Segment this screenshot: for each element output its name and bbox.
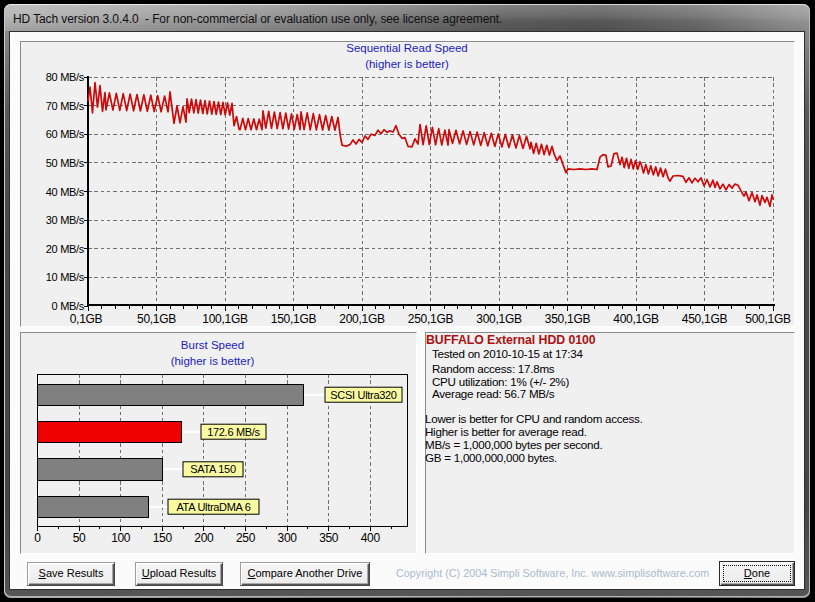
svg-text:80 MB/s: 80 MB/s — [46, 71, 85, 83]
svg-text:40 MB/s: 40 MB/s — [46, 186, 85, 198]
svg-text:0,1GB: 0,1GB — [70, 312, 103, 326]
svg-text:500,1GB: 500,1GB — [745, 312, 791, 326]
svg-text:200,1GB: 200,1GB — [339, 312, 385, 326]
svg-text:450,1GB: 450,1GB — [682, 312, 728, 326]
svg-text:100,1GB: 100,1GB — [202, 312, 248, 326]
svg-text:150: 150 — [153, 531, 173, 545]
svg-text:SCSI Ultra320: SCSI Ultra320 — [330, 389, 397, 401]
svg-text:SATA 150: SATA 150 — [190, 463, 236, 475]
svg-text:300: 300 — [278, 531, 298, 545]
svg-text:30 MB/s: 30 MB/s — [46, 214, 85, 226]
svg-text:50 MB/s: 50 MB/s — [46, 157, 85, 169]
svg-text:ATA UltraDMA 6: ATA UltraDMA 6 — [176, 501, 250, 513]
svg-text:20 MB/s: 20 MB/s — [46, 243, 85, 255]
svg-text:350,1GB: 350,1GB — [545, 312, 591, 326]
svg-text:0 MB/s: 0 MB/s — [52, 300, 85, 312]
svg-text:172.6 MB/s: 172.6 MB/s — [207, 426, 260, 438]
svg-text:0: 0 — [34, 531, 41, 545]
svg-text:400,1GB: 400,1GB — [613, 312, 659, 326]
svg-text:100: 100 — [111, 531, 131, 545]
svg-text:150,1GB: 150,1GB — [271, 312, 317, 326]
svg-text:200: 200 — [194, 531, 214, 545]
svg-text:250,1GB: 250,1GB — [408, 312, 454, 326]
svg-text:10 MB/s: 10 MB/s — [46, 271, 85, 283]
svg-text:400: 400 — [361, 531, 381, 545]
svg-text:250: 250 — [236, 531, 256, 545]
svg-text:60 MB/s: 60 MB/s — [46, 128, 85, 140]
svg-text:350: 350 — [319, 531, 339, 545]
svg-text:70 MB/s: 70 MB/s — [46, 100, 85, 112]
svg-text:300,1GB: 300,1GB — [476, 312, 522, 326]
svg-text:50: 50 — [73, 531, 86, 545]
svg-text:50,1GB: 50,1GB — [137, 312, 176, 326]
